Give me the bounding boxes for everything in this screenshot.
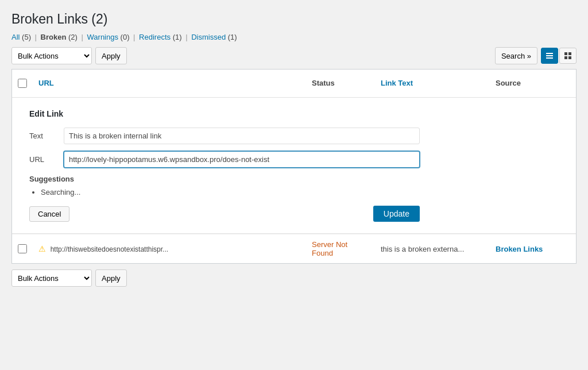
grid-view-icon [563,51,572,60]
row-source-cell: Broken Links [490,239,576,259]
filter-all-count: (5) [22,33,31,41]
suggestions-list: Searching... [29,188,564,196]
suggestions-title: Suggestions [29,175,564,183]
list-view-icon [545,51,554,60]
bulk-actions-select-bottom[interactable]: Bulk Actions [11,269,92,287]
filter-redirects-count: (1) [173,33,182,41]
text-field-row: Text [29,128,564,144]
text-input[interactable] [64,128,420,144]
row-status-cell: Server Not Found [306,234,375,263]
bottom-toolbar: Bulk Actions Apply [11,269,577,287]
svg-rect-4 [568,52,571,55]
filter-warnings[interactable]: Warnings [87,33,118,41]
svg-rect-5 [564,56,567,59]
filter-links: All (5) | Broken (2) | Warnings (0) | Re… [11,33,577,41]
warning-icon: ⚠ [38,244,46,253]
text-label: Text [29,132,64,140]
bulk-actions-select-top[interactable]: Bulk Actions [11,47,92,64]
cancel-button[interactable]: Cancel [29,206,69,222]
select-all-cell[interactable] [12,74,33,92]
update-button[interactable]: Update [373,206,420,222]
searching-item: Searching... [41,188,564,196]
col-header-link-text[interactable]: Link Text [375,74,490,92]
view-toggle [541,48,577,64]
row-status: Server Not Found [312,240,347,257]
apply-button-top[interactable]: Apply [95,47,127,64]
page-title: Broken Links (2) [11,11,577,27]
edit-action-row: Cancel Update [29,206,420,222]
top-toolbar: Bulk Actions Apply Search » [11,47,577,64]
table-row: ⚠ http://thiswebsitedoesnotexistatthispr… [12,234,576,263]
row-source-link[interactable]: Broken Links [496,245,543,253]
grid-view-button[interactable] [559,48,577,64]
col-header-source: Source [490,74,576,92]
filter-broken: Broken [41,33,67,41]
filter-redirects[interactable]: Redirects [139,33,171,41]
links-table: URL Status Link Text Source Edit Link Te… [11,69,577,264]
filter-dismissed-count: (1) [228,33,237,41]
edit-link-panel: Edit Link Text URL Suggestions Searching… [12,98,576,234]
col-header-url[interactable]: URL [33,74,306,92]
col-header-status: Status [306,74,375,92]
select-all-checkbox[interactable] [18,79,27,88]
url-label: URL [29,155,64,164]
edit-link-title: Edit Link [29,109,564,118]
filter-warnings-count: (0) [121,33,130,41]
apply-button-bottom[interactable]: Apply [95,269,127,287]
svg-rect-2 [546,57,553,59]
url-field-row: URL [29,151,564,168]
svg-rect-6 [568,56,571,59]
filter-broken-count: (2) [68,33,78,41]
row-checkbox-cell[interactable] [12,238,33,259]
table-header: URL Status Link Text Source [12,70,576,98]
filter-all[interactable]: All [11,33,20,41]
top-toolbar-right: Search » [495,47,577,64]
svg-rect-1 [546,55,553,56]
filter-dismissed[interactable]: Dismissed [191,33,226,41]
row-url-cell: ⚠ http://thiswebsitedoesnotexistatthispr… [33,238,306,259]
bulk-actions-top: Bulk Actions Apply [11,47,127,64]
row-checkbox[interactable] [18,244,27,253]
svg-rect-3 [564,52,567,55]
suggestions-section: Suggestions Searching... [29,175,564,196]
row-link-text: this is a broken externa... [381,245,464,253]
row-link-text-cell: this is a broken externa... [375,239,490,259]
search-button[interactable]: Search » [495,47,537,64]
list-view-button[interactable] [541,48,558,64]
svg-rect-0 [546,53,553,54]
bulk-actions-bottom: Bulk Actions Apply [11,269,127,287]
url-input[interactable] [64,151,420,168]
row-url-link[interactable]: http://thiswebsitedoesnotexistatthispr..… [51,245,168,253]
